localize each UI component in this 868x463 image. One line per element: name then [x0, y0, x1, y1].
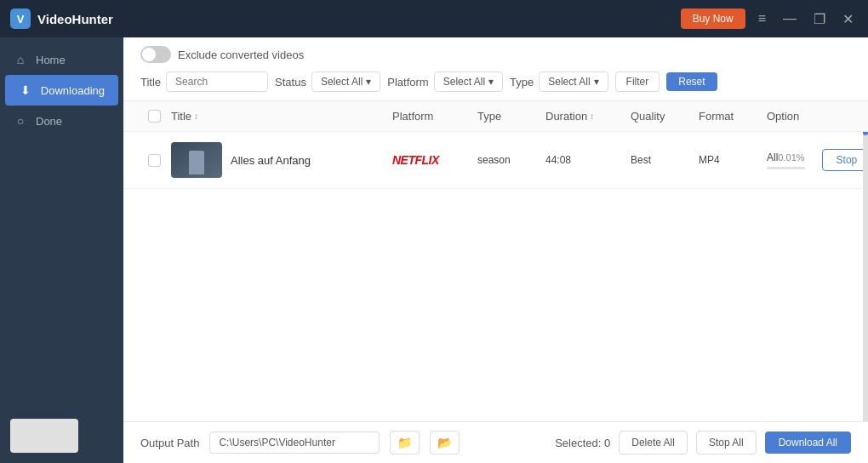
exclude-row: Exclude converted videos — [140, 46, 851, 63]
type-label: Type — [510, 76, 534, 89]
open-folder-button[interactable]: 📂 — [430, 431, 460, 454]
sidebar-item-downloading-label: Downloading — [41, 84, 105, 97]
row-duration: 44:08 — [545, 154, 631, 166]
sidebar: ⌂ Home ⬇ Downloading ○ Done — [0, 37, 123, 463]
netflix-logo: NETFLIX — [392, 153, 439, 167]
sidebar-avatar — [10, 419, 78, 453]
output-path-input[interactable] — [209, 432, 380, 454]
home-icon: ⌂ — [14, 53, 27, 66]
title-filter-group: Title — [140, 71, 268, 92]
status-select-arrow: ▾ — [366, 76, 371, 88]
download-all-button[interactable]: Download All — [765, 432, 851, 454]
app-name: VideoHunter — [37, 12, 113, 26]
sidebar-item-home[interactable]: ⌂ Home — [0, 44, 123, 75]
header-quality: Quality — [631, 110, 699, 123]
selected-count-label: Selected: 0 — [555, 437, 610, 449]
row-title-cell: Alles auf Anfang — [171, 142, 392, 178]
maximize-button[interactable]: ❐ — [809, 9, 830, 29]
close-button[interactable]: ✕ — [838, 9, 858, 29]
downloading-icon: ⬇ — [19, 83, 32, 97]
logo-icon: V — [10, 9, 31, 29]
status-filter-group: Status Select All ▾ — [275, 71, 380, 92]
row-checkbox-cell[interactable] — [137, 154, 171, 167]
platform-filter-group: Platform Select All ▾ — [387, 71, 503, 92]
table-header: Title ↕ Platform Type Duration ↕ Quality… — [123, 101, 868, 132]
platform-select-arrow: ▾ — [488, 76, 494, 88]
bottom-right-controls: Selected: 0 Delete All Stop All Download… — [555, 431, 851, 454]
sidebar-item-done-label: Done — [36, 115, 62, 128]
main-layout: ⌂ Home ⬇ Downloading ○ Done Exclude conv… — [0, 37, 868, 463]
sidebar-bottom — [0, 409, 123, 463]
table-area: Title ↕ Platform Type Duration ↕ Quality… — [123, 101, 868, 421]
minimize-button[interactable]: — — [779, 9, 801, 28]
browse-folder-button[interactable]: 📁 — [390, 431, 420, 454]
type-select[interactable]: Select All ▾ — [539, 71, 608, 92]
duration-sort-icon[interactable]: ↕ — [590, 111, 594, 121]
row-type: season — [477, 154, 545, 166]
type-select-arrow: ▾ — [594, 76, 599, 88]
sidebar-item-home-label: Home — [36, 54, 66, 66]
row-option-cell: All 0.01% Stop — [767, 149, 868, 171]
sidebar-item-done[interactable]: ○ Done — [0, 106, 123, 136]
progress-bar-container — [767, 167, 805, 169]
row-option: All 0.01% — [767, 151, 805, 169]
platform-select-label: Select All — [443, 76, 485, 88]
content-area: Exclude converted videos Title Status Se… — [123, 37, 868, 463]
bottom-bar: Output Path 📁 📂 Selected: 0 Delete All S… — [123, 421, 868, 463]
exclude-label: Exclude converted videos — [178, 49, 304, 61]
header-format: Format — [699, 110, 767, 123]
search-input[interactable] — [166, 71, 268, 92]
buy-now-button[interactable]: Buy Now — [681, 9, 745, 29]
top-bar: Exclude converted videos Title Status Se… — [123, 37, 868, 101]
selected-text: Selected: — [555, 437, 601, 449]
type-filter-group: Type Select All ▾ — [510, 71, 608, 92]
output-path-label: Output Path — [140, 437, 199, 449]
platform-label: Platform — [387, 76, 428, 89]
header-platform: Platform — [392, 110, 477, 123]
scroll-indicator — [863, 101, 868, 421]
sidebar-item-downloading[interactable]: ⬇ Downloading — [5, 75, 118, 106]
menu-button[interactable]: ≡ — [754, 9, 770, 28]
status-select-label: Select All — [321, 76, 363, 88]
title-bar-controls: Buy Now ≡ — ❐ ✕ — [681, 9, 858, 29]
row-title: Alles auf Anfang — [231, 154, 311, 167]
status-label: Status — [275, 76, 306, 89]
title-bar: V VideoHunter Buy Now ≡ — ❐ ✕ — [0, 0, 868, 37]
status-select[interactable]: Select All ▾ — [311, 71, 380, 92]
thumb-inner — [171, 142, 222, 178]
filter-button[interactable]: Filter — [615, 71, 660, 92]
row-platform: NETFLIX — [392, 153, 477, 167]
option-value: All — [767, 151, 778, 163]
platform-select[interactable]: Select All ▾ — [434, 71, 503, 92]
header-option: Option — [767, 110, 854, 123]
title-sort-icon[interactable]: ↕ — [194, 111, 198, 121]
stop-button[interactable]: Stop — [822, 149, 868, 171]
progress-percent: 0.01% — [778, 152, 804, 163]
toggle-knob — [142, 48, 156, 61]
selected-number: 0 — [604, 437, 610, 449]
table-row: Alles auf Anfang NETFLIX season 44:08 Be… — [123, 132, 868, 189]
done-icon: ○ — [14, 114, 27, 128]
type-select-label: Select All — [548, 76, 590, 88]
header-duration: Duration ↕ — [545, 110, 631, 123]
app-logo: V VideoHunter — [10, 9, 681, 29]
video-thumbnail — [171, 142, 222, 178]
exclude-toggle[interactable] — [140, 46, 171, 63]
delete-all-button[interactable]: Delete All — [619, 431, 688, 454]
header-title: Title ↕ — [171, 110, 392, 123]
filters-row: Title Status Select All ▾ Platform Selec… — [140, 71, 851, 92]
row-format: MP4 — [699, 154, 767, 166]
title-label: Title — [140, 76, 161, 89]
header-type: Type — [477, 110, 545, 123]
row-checkbox[interactable] — [148, 154, 161, 167]
reset-button[interactable]: Reset — [666, 72, 717, 91]
stop-all-button[interactable]: Stop All — [696, 431, 757, 454]
select-all-checkbox[interactable] — [148, 110, 161, 123]
header-checkbox[interactable] — [137, 110, 171, 123]
row-quality: Best — [631, 154, 699, 166]
